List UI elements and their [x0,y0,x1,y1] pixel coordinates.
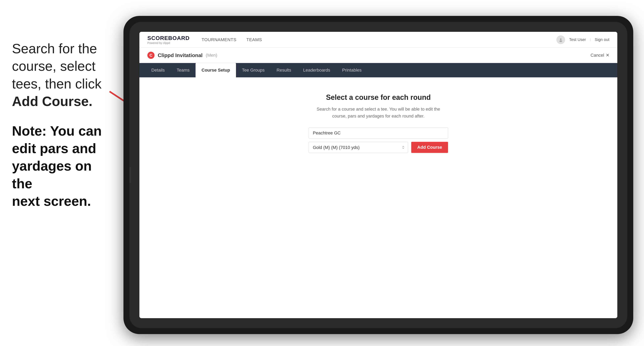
annotation-paragraph-2: Note: You can edit pars and yardages on … [12,122,112,210]
nav-tournaments[interactable]: TOURNAMENTS [202,37,236,42]
annotation-area: Search for the course, select tees, then… [0,32,124,218]
panel-description: Search for a course and select a tee. Yo… [309,106,448,120]
annotation-note-line-4: next screen. [12,193,91,209]
user-avatar [556,35,565,44]
svg-point-2 [560,38,562,40]
cancel-label: Cancel [591,53,604,58]
tab-course-setup[interactable]: Course Setup [196,63,236,77]
top-navigation: SCOREBOARD Powered by clippd TOURNAMENTS… [140,32,617,48]
user-name: Test User [569,37,586,42]
tab-bar: Details Teams Course Setup Tee Groups Re [140,63,617,77]
sign-out-link[interactable]: Sign out [595,37,609,42]
tournament-type: (Men) [206,53,217,58]
annotation-line-2: course, select [12,58,96,74]
tab-teams[interactable]: Teams [171,63,196,77]
tablet-device: SCOREBOARD Powered by clippd TOURNAMENTS… [124,16,633,334]
logo-sub: Powered by clippd [147,41,190,44]
logo-area: SCOREBOARD Powered by clippd [147,35,190,44]
annotation-line-3: tees, then click [12,76,102,91]
tab-leaderboards[interactable]: Leaderboards [297,63,336,77]
tournament-title-area: C Clippd Invitational (Men) [147,52,217,59]
tee-select[interactable]: Gold (M) (M) (7010 yds)Blue (M) (M) (680… [309,142,408,153]
annotation-note-line-2: edit pars and [12,141,96,156]
tablet-screen: SCOREBOARD Powered by clippd TOURNAMENTS… [140,32,617,318]
nav-links: TOURNAMENTS TEAMS [202,37,556,42]
course-setup-panel: Select a course for each round Search fo… [309,93,448,153]
tournament-header: C Clippd Invitational (Men) Cancel ✕ [140,48,617,63]
tab-details[interactable]: Details [145,63,171,77]
annotation-paragraph-1: Search for the course, select tees, then… [12,40,112,110]
course-search-input[interactable] [309,128,448,139]
user-area: Test User | Sign out [556,35,609,44]
annotation-note-line-1: Note: You can [12,123,102,138]
tab-results[interactable]: Results [270,63,297,77]
tournament-logo: C [147,52,154,59]
tee-select-container: Gold (M) (M) (7010 yds)Blue (M) (M) (680… [309,142,408,153]
svg-point-3 [559,40,562,42]
tournament-name: Clippd Invitational [158,52,202,58]
nav-separator: | [590,38,591,41]
nav-teams[interactable]: TEAMS [246,37,262,42]
cancel-icon: ✕ [606,53,609,58]
panel-title: Select a course for each round [309,93,448,102]
logo-text: SCOREBOARD [147,35,190,41]
tab-tee-groups[interactable]: Tee Groups [236,63,270,77]
main-content-area: Select a course for each round Search fo… [140,77,617,318]
screen-content: SCOREBOARD Powered by clippd TOURNAMENTS… [140,32,617,318]
cancel-button[interactable]: Cancel ✕ [591,53,609,58]
tablet-outer-shell: SCOREBOARD Powered by clippd TOURNAMENTS… [124,16,633,334]
tee-selector-row: Gold (M) (M) (7010 yds)Blue (M) (M) (680… [309,142,448,153]
add-course-button[interactable]: Add Course [411,142,448,153]
annotation-line-1: Search for the [12,41,97,56]
tablet-side-button [130,167,131,183]
tab-printables[interactable]: Printables [336,63,368,77]
annotation-note-line-3: yardages on the [12,158,92,191]
tablet-inner-shell: SCOREBOARD Powered by clippd TOURNAMENTS… [130,22,627,328]
annotation-bold: Add Course. [12,94,92,109]
